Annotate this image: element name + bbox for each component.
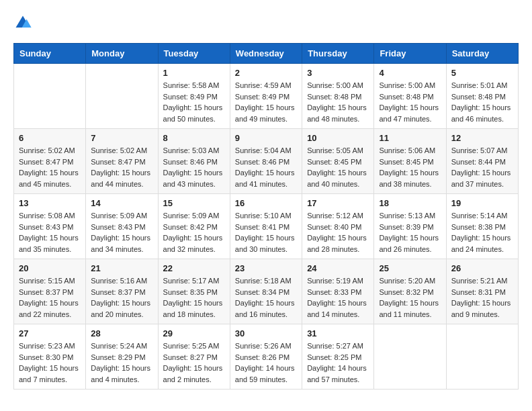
day-number: 12 — [451, 133, 513, 143]
weekday-header: Monday — [86, 44, 158, 64]
calendar-cell: 26Sunrise: 5:21 AMSunset: 8:31 PMDayligh… — [446, 259, 518, 324]
calendar-cell: 15Sunrise: 5:09 AMSunset: 8:42 PMDayligh… — [158, 194, 230, 259]
day-info: Sunrise: 5:16 AMSunset: 8:37 PMDaylight:… — [91, 275, 152, 320]
calendar-cell — [446, 324, 518, 390]
calendar-cell: 14Sunrise: 5:09 AMSunset: 8:43 PMDayligh… — [86, 194, 158, 259]
calendar-cell — [86, 64, 158, 129]
logo-icon — [13, 13, 32, 32]
page-header — [13, 13, 519, 32]
day-info: Sunrise: 5:17 AMSunset: 8:35 PMDaylight:… — [163, 275, 225, 320]
calendar-week-row: 13Sunrise: 5:08 AMSunset: 8:43 PMDayligh… — [14, 194, 519, 259]
calendar-cell: 4Sunrise: 5:00 AMSunset: 8:48 PMDaylight… — [374, 64, 446, 129]
calendar-cell: 11Sunrise: 5:06 AMSunset: 8:45 PMDayligh… — [374, 129, 446, 194]
day-info: Sunrise: 5:09 AMSunset: 8:42 PMDaylight:… — [163, 210, 225, 255]
day-number: 8 — [163, 133, 225, 143]
day-info: Sunrise: 5:19 AMSunset: 8:33 PMDaylight:… — [307, 275, 369, 320]
day-info: Sunrise: 5:26 AMSunset: 8:26 PMDaylight:… — [235, 340, 297, 385]
calendar-cell: 10Sunrise: 5:05 AMSunset: 8:45 PMDayligh… — [302, 129, 374, 194]
calendar-cell: 17Sunrise: 5:12 AMSunset: 8:40 PMDayligh… — [302, 194, 374, 259]
day-number: 14 — [91, 198, 152, 208]
calendar-cell — [14, 64, 86, 129]
day-number: 2 — [235, 68, 297, 78]
day-info: Sunrise: 5:09 AMSunset: 8:43 PMDaylight:… — [91, 210, 152, 255]
day-number: 15 — [163, 198, 225, 208]
day-info: Sunrise: 4:59 AMSunset: 8:49 PMDaylight:… — [235, 80, 297, 124]
day-number: 19 — [451, 198, 513, 208]
day-info: Sunrise: 5:27 AMSunset: 8:25 PMDaylight:… — [307, 340, 369, 385]
day-number: 27 — [19, 328, 81, 338]
day-number: 16 — [235, 198, 297, 208]
calendar-cell: 27Sunrise: 5:23 AMSunset: 8:30 PMDayligh… — [14, 324, 86, 390]
day-number: 24 — [307, 263, 369, 273]
calendar-week-row: 20Sunrise: 5:15 AMSunset: 8:37 PMDayligh… — [14, 259, 519, 324]
day-number: 29 — [163, 328, 225, 338]
calendar-cell: 25Sunrise: 5:20 AMSunset: 8:32 PMDayligh… — [374, 259, 446, 324]
day-info: Sunrise: 5:05 AMSunset: 8:45 PMDaylight:… — [307, 145, 369, 189]
calendar-cell: 31Sunrise: 5:27 AMSunset: 8:25 PMDayligh… — [302, 324, 374, 390]
day-info: Sunrise: 5:02 AMSunset: 8:47 PMDaylight:… — [19, 145, 81, 189]
weekday-header-row: SundayMondayTuesdayWednesdayThursdayFrid… — [14, 44, 519, 64]
calendar-cell: 1Sunrise: 5:58 AMSunset: 8:49 PMDaylight… — [158, 64, 230, 129]
day-info: Sunrise: 5:15 AMSunset: 8:37 PMDaylight:… — [19, 275, 81, 320]
calendar-table: SundayMondayTuesdayWednesdayThursdayFrid… — [13, 43, 519, 390]
day-number: 10 — [307, 133, 369, 143]
day-info: Sunrise: 5:14 AMSunset: 8:38 PMDaylight:… — [451, 210, 513, 255]
day-info: Sunrise: 5:00 AMSunset: 8:48 PMDaylight:… — [379, 80, 441, 124]
calendar-week-row: 6Sunrise: 5:02 AMSunset: 8:47 PMDaylight… — [14, 129, 519, 194]
day-number: 5 — [451, 68, 513, 78]
weekday-header: Friday — [374, 44, 446, 64]
day-number: 3 — [307, 68, 369, 78]
day-number: 11 — [379, 133, 441, 143]
day-info: Sunrise: 5:01 AMSunset: 8:48 PMDaylight:… — [451, 80, 513, 124]
weekday-header: Saturday — [446, 44, 518, 64]
day-number: 28 — [91, 328, 152, 338]
day-number: 4 — [379, 68, 441, 78]
calendar-cell: 3Sunrise: 5:00 AMSunset: 8:48 PMDaylight… — [302, 64, 374, 129]
day-info: Sunrise: 5:00 AMSunset: 8:48 PMDaylight:… — [307, 80, 369, 124]
weekday-header: Tuesday — [158, 44, 230, 64]
calendar-cell: 20Sunrise: 5:15 AMSunset: 8:37 PMDayligh… — [14, 259, 86, 324]
day-info: Sunrise: 5:12 AMSunset: 8:40 PMDaylight:… — [307, 210, 369, 255]
day-info: Sunrise: 5:13 AMSunset: 8:39 PMDaylight:… — [379, 210, 441, 255]
day-number: 30 — [235, 328, 297, 338]
day-number: 31 — [307, 328, 369, 338]
day-number: 6 — [19, 133, 81, 143]
day-info: Sunrise: 5:23 AMSunset: 8:30 PMDaylight:… — [19, 340, 81, 385]
calendar-cell: 23Sunrise: 5:18 AMSunset: 8:34 PMDayligh… — [230, 259, 302, 324]
day-number: 20 — [19, 263, 81, 273]
calendar-cell — [374, 324, 446, 390]
calendar-cell: 9Sunrise: 5:04 AMSunset: 8:46 PMDaylight… — [230, 129, 302, 194]
day-info: Sunrise: 5:03 AMSunset: 8:46 PMDaylight:… — [163, 145, 225, 189]
calendar-cell: 24Sunrise: 5:19 AMSunset: 8:33 PMDayligh… — [302, 259, 374, 324]
day-number: 22 — [163, 263, 225, 273]
calendar-cell: 12Sunrise: 5:07 AMSunset: 8:44 PMDayligh… — [446, 129, 518, 194]
day-info: Sunrise: 5:24 AMSunset: 8:29 PMDaylight:… — [91, 340, 152, 385]
day-number: 26 — [451, 263, 513, 273]
calendar-cell: 16Sunrise: 5:10 AMSunset: 8:41 PMDayligh… — [230, 194, 302, 259]
logo — [13, 13, 35, 32]
calendar-cell: 22Sunrise: 5:17 AMSunset: 8:35 PMDayligh… — [158, 259, 230, 324]
day-number: 17 — [307, 198, 369, 208]
day-number: 21 — [91, 263, 152, 273]
day-number: 13 — [19, 198, 81, 208]
day-info: Sunrise: 5:25 AMSunset: 8:27 PMDaylight:… — [163, 340, 225, 385]
calendar-week-row: 27Sunrise: 5:23 AMSunset: 8:30 PMDayligh… — [14, 324, 519, 390]
day-number: 23 — [235, 263, 297, 273]
calendar-cell: 6Sunrise: 5:02 AMSunset: 8:47 PMDaylight… — [14, 129, 86, 194]
calendar-cell: 8Sunrise: 5:03 AMSunset: 8:46 PMDaylight… — [158, 129, 230, 194]
calendar-cell: 29Sunrise: 5:25 AMSunset: 8:27 PMDayligh… — [158, 324, 230, 390]
weekday-header: Sunday — [14, 44, 86, 64]
calendar-cell: 18Sunrise: 5:13 AMSunset: 8:39 PMDayligh… — [374, 194, 446, 259]
day-info: Sunrise: 5:06 AMSunset: 8:45 PMDaylight:… — [379, 145, 441, 189]
day-info: Sunrise: 5:20 AMSunset: 8:32 PMDaylight:… — [379, 275, 441, 320]
calendar-cell: 19Sunrise: 5:14 AMSunset: 8:38 PMDayligh… — [446, 194, 518, 259]
day-info: Sunrise: 5:04 AMSunset: 8:46 PMDaylight:… — [235, 145, 297, 189]
calendar-cell: 13Sunrise: 5:08 AMSunset: 8:43 PMDayligh… — [14, 194, 86, 259]
weekday-header: Wednesday — [230, 44, 302, 64]
day-number: 18 — [379, 198, 441, 208]
calendar-cell: 21Sunrise: 5:16 AMSunset: 8:37 PMDayligh… — [86, 259, 158, 324]
calendar-cell: 30Sunrise: 5:26 AMSunset: 8:26 PMDayligh… — [230, 324, 302, 390]
calendar-cell: 2Sunrise: 4:59 AMSunset: 8:49 PMDaylight… — [230, 64, 302, 129]
weekday-header: Thursday — [302, 44, 374, 64]
day-info: Sunrise: 5:10 AMSunset: 8:41 PMDaylight:… — [235, 210, 297, 255]
